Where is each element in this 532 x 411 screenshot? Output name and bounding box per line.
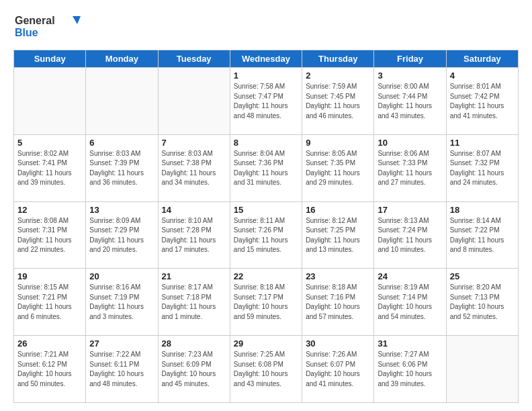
- day-number: 3: [378, 71, 442, 81]
- day-info: Sunrise: 8:12 AM Sunset: 7:25 PM Dayligh…: [306, 216, 370, 255]
- col-friday: Friday: [374, 50, 446, 68]
- day-info: Sunrise: 8:14 AM Sunset: 7:22 PM Dayligh…: [450, 216, 515, 255]
- day-info: Sunrise: 8:17 AM Sunset: 7:18 PM Dayligh…: [162, 283, 226, 322]
- day-info: Sunrise: 7:25 AM Sunset: 6:08 PM Dayligh…: [234, 350, 298, 389]
- calendar-week-row: 19Sunrise: 8:15 AM Sunset: 7:21 PM Dayli…: [14, 269, 519, 336]
- calendar-week-row: 5Sunrise: 8:02 AM Sunset: 7:41 PM Daylig…: [14, 134, 519, 201]
- day-number: 31: [378, 338, 442, 349]
- table-row: 20Sunrise: 8:16 AM Sunset: 7:19 PM Dayli…: [86, 269, 158, 336]
- day-info: Sunrise: 8:10 AM Sunset: 7:28 PM Dayligh…: [162, 216, 226, 255]
- day-number: 27: [89, 338, 154, 349]
- table-row: 11Sunrise: 8:07 AM Sunset: 7:32 PM Dayli…: [446, 134, 518, 201]
- table-row: [14, 68, 86, 135]
- table-row: 19Sunrise: 8:15 AM Sunset: 7:21 PM Dayli…: [14, 269, 86, 336]
- svg-text:Blue: Blue: [15, 27, 38, 38]
- day-info: Sunrise: 8:13 AM Sunset: 7:24 PM Dayligh…: [378, 216, 442, 255]
- table-row: 18Sunrise: 8:14 AM Sunset: 7:22 PM Dayli…: [446, 201, 518, 269]
- day-number: 29: [234, 338, 298, 349]
- col-thursday: Thursday: [302, 50, 374, 68]
- day-info: Sunrise: 8:03 AM Sunset: 7:39 PM Dayligh…: [89, 149, 154, 188]
- day-number: 2: [306, 71, 370, 81]
- day-number: 21: [162, 271, 226, 281]
- day-number: 30: [306, 338, 370, 349]
- table-row: 1Sunrise: 7:58 AM Sunset: 7:47 PM Daylig…: [230, 68, 302, 135]
- table-row: 27Sunrise: 7:22 AM Sunset: 6:11 PM Dayli…: [86, 336, 158, 403]
- day-number: 16: [306, 205, 370, 215]
- table-row: 14Sunrise: 8:10 AM Sunset: 7:28 PM Dayli…: [158, 201, 230, 269]
- table-row: 29Sunrise: 7:25 AM Sunset: 6:08 PM Dayli…: [230, 336, 302, 403]
- day-info: Sunrise: 8:01 AM Sunset: 7:42 PM Dayligh…: [450, 82, 515, 121]
- table-row: [86, 68, 158, 135]
- table-row: 25Sunrise: 8:20 AM Sunset: 7:13 PM Dayli…: [446, 269, 518, 336]
- day-number: 13: [89, 205, 154, 215]
- day-number: 26: [17, 338, 82, 349]
- calendar-header-row: Sunday Monday Tuesday Wednesday Thursday…: [14, 50, 519, 68]
- table-row: [446, 336, 518, 403]
- svg-marker-1: [73, 16, 81, 24]
- table-row: 2Sunrise: 7:59 AM Sunset: 7:45 PM Daylig…: [302, 68, 374, 135]
- logo-svg: General Blue: [13, 11, 87, 40]
- day-number: 7: [162, 138, 226, 148]
- logo: General Blue: [13, 11, 87, 43]
- table-row: 10Sunrise: 8:06 AM Sunset: 7:33 PM Dayli…: [374, 134, 446, 201]
- table-row: 5Sunrise: 8:02 AM Sunset: 7:41 PM Daylig…: [14, 134, 86, 201]
- table-row: 30Sunrise: 7:26 AM Sunset: 6:07 PM Dayli…: [302, 336, 374, 403]
- table-row: 8Sunrise: 8:04 AM Sunset: 7:36 PM Daylig…: [230, 134, 302, 201]
- calendar-week-row: 1Sunrise: 7:58 AM Sunset: 7:47 PM Daylig…: [14, 68, 519, 135]
- calendar-week-row: 26Sunrise: 7:21 AM Sunset: 6:12 PM Dayli…: [14, 336, 519, 403]
- day-info: Sunrise: 7:23 AM Sunset: 6:09 PM Dayligh…: [162, 350, 226, 389]
- day-number: 19: [17, 271, 82, 281]
- day-info: Sunrise: 8:20 AM Sunset: 7:13 PM Dayligh…: [450, 283, 515, 322]
- day-info: Sunrise: 8:02 AM Sunset: 7:41 PM Dayligh…: [17, 149, 82, 188]
- table-row: 24Sunrise: 8:19 AM Sunset: 7:14 PM Dayli…: [374, 269, 446, 336]
- day-info: Sunrise: 8:06 AM Sunset: 7:33 PM Dayligh…: [378, 149, 442, 188]
- day-number: 8: [234, 138, 298, 148]
- day-number: 28: [162, 338, 226, 349]
- table-row: 9Sunrise: 8:05 AM Sunset: 7:35 PM Daylig…: [302, 134, 374, 201]
- day-info: Sunrise: 7:26 AM Sunset: 6:07 PM Dayligh…: [306, 350, 370, 389]
- col-monday: Monday: [86, 50, 158, 68]
- table-row: 22Sunrise: 8:18 AM Sunset: 7:17 PM Dayli…: [230, 269, 302, 336]
- day-number: 9: [306, 138, 370, 148]
- day-number: 20: [89, 271, 154, 281]
- col-tuesday: Tuesday: [158, 50, 230, 68]
- day-number: 24: [378, 271, 442, 281]
- col-wednesday: Wednesday: [230, 50, 302, 68]
- day-info: Sunrise: 7:27 AM Sunset: 6:06 PM Dayligh…: [378, 350, 442, 389]
- day-info: Sunrise: 8:00 AM Sunset: 7:44 PM Dayligh…: [378, 82, 442, 121]
- table-row: 21Sunrise: 8:17 AM Sunset: 7:18 PM Dayli…: [158, 269, 230, 336]
- day-number: 12: [17, 205, 82, 215]
- day-info: Sunrise: 8:08 AM Sunset: 7:31 PM Dayligh…: [17, 216, 82, 255]
- day-info: Sunrise: 8:19 AM Sunset: 7:14 PM Dayligh…: [378, 283, 442, 322]
- day-info: Sunrise: 7:21 AM Sunset: 6:12 PM Dayligh…: [17, 350, 82, 389]
- day-number: 23: [306, 271, 370, 281]
- col-saturday: Saturday: [446, 50, 518, 68]
- day-info: Sunrise: 8:18 AM Sunset: 7:16 PM Dayligh…: [306, 283, 370, 322]
- day-number: 4: [450, 71, 515, 81]
- table-row: 13Sunrise: 8:09 AM Sunset: 7:29 PM Dayli…: [86, 201, 158, 269]
- table-row: 12Sunrise: 8:08 AM Sunset: 7:31 PM Dayli…: [14, 201, 86, 269]
- day-info: Sunrise: 8:03 AM Sunset: 7:38 PM Dayligh…: [162, 149, 226, 188]
- day-number: 10: [378, 138, 442, 148]
- day-number: 5: [17, 138, 82, 148]
- day-info: Sunrise: 7:59 AM Sunset: 7:45 PM Dayligh…: [306, 82, 370, 121]
- table-row: 31Sunrise: 7:27 AM Sunset: 6:06 PM Dayli…: [374, 336, 446, 403]
- day-number: 15: [234, 205, 298, 215]
- day-number: 11: [450, 138, 515, 148]
- calendar-week-row: 12Sunrise: 8:08 AM Sunset: 7:31 PM Dayli…: [14, 201, 519, 269]
- table-row: 3Sunrise: 8:00 AM Sunset: 7:44 PM Daylig…: [374, 68, 446, 135]
- col-sunday: Sunday: [14, 50, 86, 68]
- table-row: 16Sunrise: 8:12 AM Sunset: 7:25 PM Dayli…: [302, 201, 374, 269]
- day-info: Sunrise: 8:16 AM Sunset: 7:19 PM Dayligh…: [89, 283, 154, 322]
- day-number: 6: [89, 138, 154, 148]
- page: General Blue Sunday Monday Tuesday Wedne…: [0, 0, 532, 411]
- day-info: Sunrise: 8:18 AM Sunset: 7:17 PM Dayligh…: [234, 283, 298, 322]
- day-number: 17: [378, 205, 442, 215]
- table-row: 7Sunrise: 8:03 AM Sunset: 7:38 PM Daylig…: [158, 134, 230, 201]
- table-row: 15Sunrise: 8:11 AM Sunset: 7:26 PM Dayli…: [230, 201, 302, 269]
- table-row: 26Sunrise: 7:21 AM Sunset: 6:12 PM Dayli…: [14, 336, 86, 403]
- logo-text: General Blue: [13, 11, 87, 43]
- day-info: Sunrise: 7:22 AM Sunset: 6:11 PM Dayligh…: [89, 350, 154, 389]
- table-row: [158, 68, 230, 135]
- day-number: 22: [234, 271, 298, 281]
